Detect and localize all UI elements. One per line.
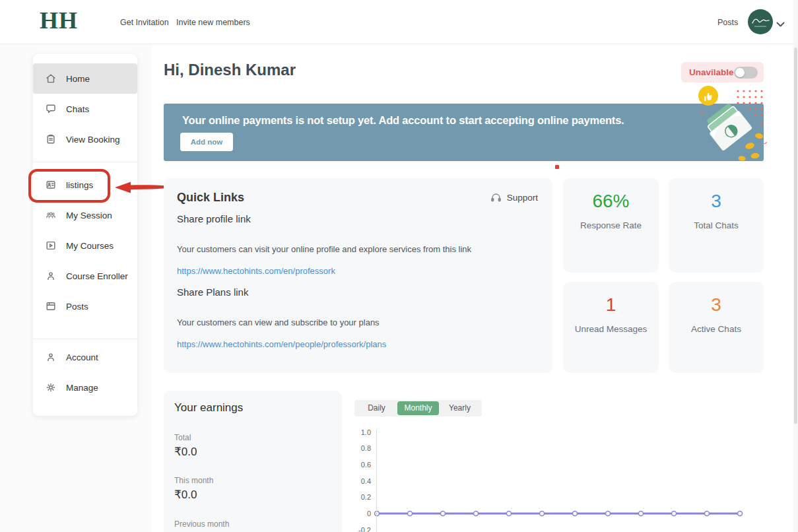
quick-links-title: Quick Links <box>177 191 244 205</box>
earnings-card: Your earnings Total ₹0.0 This month ₹0.0… <box>164 391 342 532</box>
stat-value: 66% <box>563 190 659 213</box>
earnings-row-value: ₹0.0 <box>174 488 197 502</box>
sidebar-item-label: Posts <box>66 302 88 312</box>
sidebar: Home Chats View Booking listings My Sess… <box>33 54 137 416</box>
page-title: Hi, Dinesh Kumar <box>164 61 296 79</box>
chat-bubble-icon <box>45 103 57 115</box>
earnings-row-label: Previous month <box>174 519 229 529</box>
sidebar-item-listings[interactable]: listings <box>33 170 137 200</box>
money-illustration <box>686 83 767 166</box>
header-posts-link[interactable]: Posts <box>717 18 738 27</box>
earnings-row-label: This month <box>174 476 213 485</box>
earnings-row-value: ₹0.0 <box>174 445 197 459</box>
decoration-dot <box>555 165 559 169</box>
earnings-row-label: Total <box>174 433 191 442</box>
chart-period-tabs: Daily Monthly Yearly <box>354 400 482 416</box>
stat-value: 1 <box>563 294 659 316</box>
nav-invite-new-members[interactable]: Invite new members <box>176 18 250 27</box>
tab-monthly[interactable]: Monthly <box>397 401 439 415</box>
sidebar-item-view-booking[interactable]: View Booking <box>33 124 137 154</box>
availability-pill: Unavilable <box>681 62 764 83</box>
share-profile-description: Your customers can visit your online pro… <box>177 244 471 254</box>
sidebar-item-label: Chats <box>66 104 89 114</box>
user-avatar[interactable] <box>748 9 773 34</box>
profile-link[interactable]: https://www.hectohints.com/en/professork <box>177 266 335 276</box>
id-badge-icon <box>45 179 57 191</box>
stat-card-unread-messages: 1 Unread Messages <box>563 282 659 373</box>
avatar-signature-icon <box>748 9 773 34</box>
sidebar-item-label: Home <box>66 74 90 84</box>
stat-card-response-rate: 66% Response Rate <box>563 178 659 273</box>
sidebar-item-account[interactable]: Account <box>33 342 137 372</box>
sidebar-divider <box>33 339 137 339</box>
sidebar-item-posts[interactable]: Posts <box>33 291 137 321</box>
sidebar-divider <box>33 162 137 162</box>
top-header: HH Get Invitation Invite new members Pos… <box>0 0 798 44</box>
quick-links-card: Quick Links Support Share profile link Y… <box>164 178 552 373</box>
sidebar-item-label: My Session <box>66 211 112 220</box>
earnings-chart: 1.00.80.60.40.20-0.2 <box>350 426 795 532</box>
sidebar-item-my-session[interactable]: My Session <box>33 200 137 230</box>
stat-label: Response Rate <box>563 220 659 230</box>
availability-toggle[interactable] <box>734 67 758 79</box>
sidebar-item-label: Course Enroller <box>66 271 128 281</box>
earnings-title: Your earnings <box>174 401 243 415</box>
sidebar-item-chats[interactable]: Chats <box>33 94 137 124</box>
plans-link[interactable]: https://www.hectohints.com/en/people/pro… <box>177 339 386 349</box>
page-scrollbar[interactable] <box>793 0 798 532</box>
share-plans-description: Your customers can view and subscribe to… <box>177 317 380 327</box>
person-icon <box>45 351 57 363</box>
sidebar-item-my-courses[interactable]: My Courses <box>33 230 137 261</box>
home-icon <box>45 73 57 84</box>
headset-icon <box>490 193 502 203</box>
chart-line-series <box>350 426 795 532</box>
people-group-icon <box>45 209 57 221</box>
banner-message: Your online payments is not setup yet. A… <box>182 114 624 127</box>
sidebar-item-label: View Booking <box>66 135 120 145</box>
window-icon <box>45 300 57 312</box>
tab-yearly[interactable]: Yearly <box>439 401 481 415</box>
stat-value: 3 <box>669 294 764 316</box>
sidebar-item-label: Manage <box>66 383 98 393</box>
share-plans-heading: Share Plans link <box>177 286 248 298</box>
scrollbar-thumb[interactable] <box>794 48 797 424</box>
clipboard-icon <box>45 133 57 145</box>
toggle-knob <box>735 68 745 77</box>
gear-icon <box>45 382 57 393</box>
payments-banner: Your online payments is not setup yet. A… <box>164 104 764 161</box>
add-now-button[interactable]: Add now <box>180 133 233 151</box>
sidebar-item-home[interactable]: Home <box>33 63 137 94</box>
stat-card-total-chats: 3 Total Chats <box>669 178 764 273</box>
nav-get-invitation[interactable]: Get Invitation <box>120 18 169 27</box>
chart-y-axis-line <box>376 430 377 532</box>
chevron-down-icon[interactable] <box>776 18 785 30</box>
stat-label: Total Chats <box>669 220 764 230</box>
stat-value: 3 <box>669 190 764 213</box>
stat-card-active-chats: 3 Active Chats <box>669 282 764 373</box>
stat-label: Unread Messages <box>563 324 659 334</box>
person-icon <box>45 270 57 282</box>
brand-logo[interactable]: HH <box>40 7 78 34</box>
share-profile-heading: Share profile link <box>177 213 251 224</box>
sidebar-item-course-enroller[interactable]: Course Enroller <box>33 261 137 291</box>
sidebar-item-label: My Courses <box>66 241 114 251</box>
support-label: Support <box>507 193 538 203</box>
sidebar-item-label: Account <box>66 352 98 362</box>
sidebar-item-label: listings <box>66 180 93 190</box>
play-square-icon <box>45 240 57 251</box>
sidebar-item-manage[interactable]: Manage <box>33 372 137 403</box>
availability-label: Unavilable <box>689 67 734 77</box>
tab-daily[interactable]: Daily <box>356 401 397 415</box>
stat-label: Active Chats <box>669 324 764 334</box>
support-button[interactable]: Support <box>490 193 538 203</box>
